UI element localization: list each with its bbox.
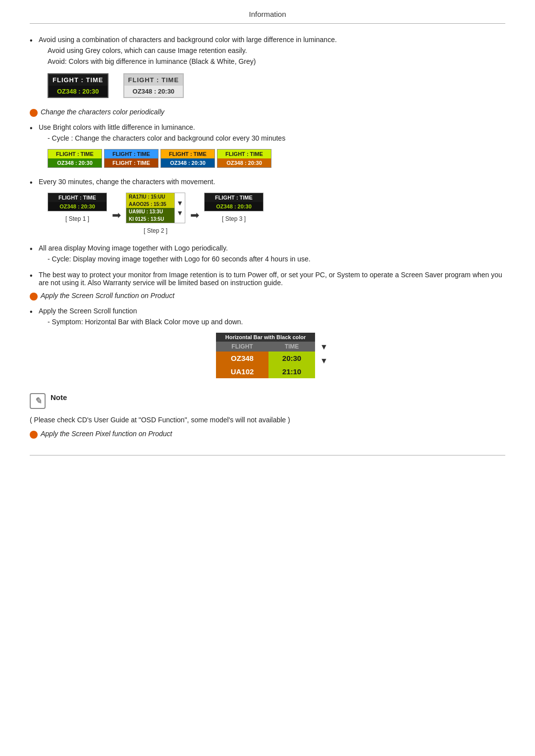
bullet-dot-4: • [30, 245, 39, 253]
step-box-1: RA17IU : 15:UUAAOO25 : 15:35UA9IIU : 13:… [126, 193, 185, 223]
bullet-dot-6: • [30, 307, 39, 316]
note-icon: ✎ [30, 393, 46, 409]
cycle-desc-text: - Cycle : Change the characters color an… [48, 134, 505, 142]
hbar-2030: 20:30 [268, 352, 315, 365]
avoid-colors-text: Avoid: Colors with big difference in lum… [48, 57, 505, 65]
step-box-2: FLIGHT : TIMEOZ348 : 20:30 [204, 193, 264, 211]
orange-circle-icon-2 [30, 293, 41, 302]
hbar-table-container: Horizontal Bar with Black color FLIGHT T… [216, 333, 315, 378]
symptom-text: - Symptom: Horizontal Bar with Black Col… [48, 318, 505, 326]
note-box: ✎ Note [30, 393, 505, 409]
orange-bullet-change: Change the characters color periodically [30, 108, 505, 118]
apply-pixel-text: Apply the Screen Pixel function on Produ… [41, 430, 172, 438]
demo-dark-box: FLIGHT : TIME OZ348 : 20:30 [48, 73, 108, 98]
bullet-all-area: • All area display Moving image together… [30, 244, 505, 266]
down-arrow-2: ▼ [320, 356, 328, 365]
demo-dark-data: OZ348 : 20:30 [49, 86, 107, 97]
bullet-apply-scroll-fn: • Apply the Screen Scroll function - Sym… [30, 307, 505, 383]
orange-circle-icon-1 [30, 109, 41, 118]
step-demo-row: FLIGHT : TIMEOZ348 : 20:30[ Step 1 ]➡RA1… [48, 193, 505, 234]
hbar-header-row: FLIGHT TIME [216, 342, 315, 352]
cycle-demo-row: FLIGHT : TIMEOZ348 : 20:30FLIGHT : TIMEF… [48, 149, 505, 168]
hbar-row-oz348: OZ348 20:30 [216, 352, 315, 365]
hbar-ua102: UA102 [216, 365, 268, 378]
cycle-box-0: FLIGHT : TIMEOZ348 : 20:30 [48, 149, 102, 168]
step-container-0: FLIGHT : TIMEOZ348 : 20:30[ Step 1 ] [48, 193, 107, 222]
cycle-logo-text: - Cycle: Display moving image together w… [48, 255, 505, 263]
change-characters-text: Change the characters color periodically [41, 108, 164, 116]
step-box-0: FLIGHT : TIMEOZ348 : 20:30 [48, 193, 107, 211]
cycle-box-3: FLIGHT : TIMEOZ348 : 20:30 [217, 149, 271, 168]
step-label-0: [ Step 1 ] [65, 215, 89, 222]
cycle-box-1: FLIGHT : TIMEFLIGHT : TIME [104, 149, 159, 168]
orange-circle-icon-3 [30, 431, 41, 440]
bullet-use-bright: • Use Bright colors with little differen… [30, 123, 505, 173]
page-rule [30, 455, 505, 455]
demo-dark-header: FLIGHT : TIME [49, 74, 107, 86]
avoid-combination-text: Avoid using a combination of characters … [39, 36, 337, 44]
demo-light-header: FLIGHT : TIME [124, 74, 183, 86]
step-label-1: [ Step 2 ] [144, 227, 167, 234]
hbar-row-ua102: UA102 21:10 [216, 365, 315, 378]
orange-bullet-scroll: Apply the Screen Scroll function on Prod… [30, 292, 505, 302]
bullet-dot-3: • [30, 178, 39, 187]
hbar-title: Horizontal Bar with Black color [216, 333, 315, 342]
bullet-avoid-combination: • Avoid using a combination of character… [30, 36, 505, 103]
avoid-grey-text: Avoid using Grey colors, which can cause… [48, 47, 505, 54]
best-way-text: The best way to protect your monitor fro… [39, 271, 502, 287]
note-text: ( Please check CD's User Guide at "OSD F… [30, 416, 505, 424]
demo-light-data: OZ348 : 20:30 [124, 86, 183, 97]
step-label-2: [ Step 3 ] [222, 215, 246, 222]
bullet-dot-1: • [30, 36, 39, 45]
hbar-table: FLIGHT TIME OZ348 20:30 UA102 21:10 [216, 342, 315, 378]
step-arrow-2: ➡ [190, 209, 199, 222]
step-container-2: FLIGHT : TIMEOZ348 : 20:30[ Step 3 ] [204, 193, 264, 222]
down-arrow-1: ▼ [320, 343, 328, 352]
bullet-dot-2: • [30, 124, 39, 133]
bullet-every-30: • Every 30 minutes, change the character… [30, 178, 505, 239]
page-title: Information [30, 10, 505, 24]
hbar-oz348: OZ348 [216, 352, 268, 365]
bullet-best-way: • The best way to protect your monitor f… [30, 271, 505, 287]
step-container-1: RA17IU : 15:UUAAOO25 : 15:35UA9IIU : 13:… [126, 193, 185, 234]
use-bright-text: Use Bright colors with little difference… [39, 123, 195, 131]
all-area-text: All area display Moving image together w… [39, 244, 228, 252]
step-arrow-1: ➡ [112, 209, 121, 222]
every-30-text: Every 30 minutes, change the characters … [39, 178, 215, 186]
demo-light-box: FLIGHT : TIME OZ348 : 20:30 [123, 73, 184, 98]
hbar-header-col1: FLIGHT [216, 342, 268, 352]
note-label: Note [51, 393, 67, 402]
hbar-2110: 21:10 [268, 365, 315, 378]
cycle-box-2: FLIGHT : TIMEOZ348 : 20:30 [160, 149, 215, 168]
hbar-header-col2: TIME [268, 342, 315, 352]
hbar-demo: Horizontal Bar with Black color FLIGHT T… [39, 333, 505, 378]
orange-bullet-pixel: Apply the Screen Pixel function on Produ… [30, 430, 505, 440]
apply-scroll-fn-text: Apply the Screen Scroll function [39, 307, 137, 315]
demo-boxes-row: FLIGHT : TIME OZ348 : 20:30 FLIGHT : TIM… [48, 73, 505, 98]
hbar-arrows: ▼ ▼ [320, 343, 328, 365]
bullet-dot-5: • [30, 271, 39, 280]
apply-scroll-text: Apply the Screen Scroll function on Prod… [41, 292, 174, 300]
